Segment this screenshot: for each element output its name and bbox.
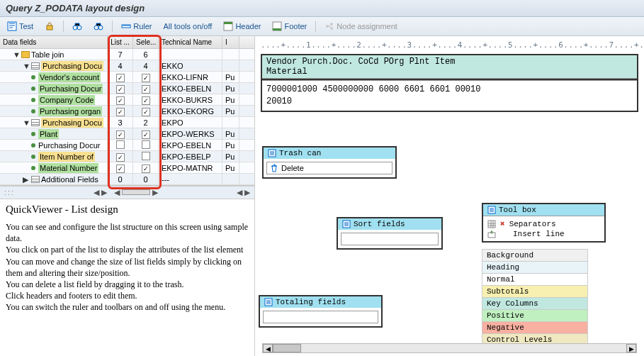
field-dot-icon <box>31 87 35 91</box>
trash-panel[interactable]: Trash can Delete <box>262 146 397 179</box>
delete-label[interactable]: Delete <box>281 164 304 172</box>
preview-header-row[interactable]: Material <box>266 67 633 77</box>
ruler-button[interactable]: Ruler <box>118 20 154 33</box>
expand-icon[interactable]: ▼ <box>23 61 30 71</box>
alltools-button[interactable]: All tools on/off <box>160 21 215 32</box>
svg-point-5 <box>98 26 103 30</box>
tech-name: --- <box>159 174 222 185</box>
footer-button[interactable]: Footer <box>269 20 310 33</box>
horizontal-scrollbar[interactable]: ◀ ▶ <box>262 343 637 353</box>
expand-icon[interactable]: ▼ <box>13 50 20 60</box>
tech-name: EKKO-LIFNR <box>159 72 222 83</box>
legend-background[interactable]: Background <box>482 249 588 262</box>
svg-rect-18 <box>488 221 495 228</box>
tech-name: EKKO-BUKRS <box>159 94 222 106</box>
svg-point-11 <box>326 25 329 28</box>
checkbox[interactable] <box>116 96 125 105</box>
toolbox-panel[interactable]: Tool box ✖ Separators Insert line <box>482 203 606 243</box>
col-header-tech[interactable]: Technical Name <box>159 36 222 48</box>
svg-rect-10 <box>273 28 281 30</box>
checkbox[interactable] <box>116 130 125 139</box>
field-dot-icon <box>31 155 35 159</box>
tree-row[interactable]: Vendor's accountEKKO-LIFNRPu <box>0 72 254 83</box>
tree-row[interactable]: PlantEKPO-WERKSPu <box>0 128 254 140</box>
col-header-i[interactable]: I <box>222 36 239 48</box>
tree-label: Purchasing Docu <box>41 61 103 71</box>
tree-row[interactable]: Item Number ofEKPO-EBELPPu <box>0 151 254 162</box>
i-col <box>222 49 239 60</box>
checkbox[interactable] <box>116 108 125 116</box>
help-panel: QuickViewer - List design You can see an… <box>0 199 254 356</box>
list-preview[interactable]: Vendor Purch.Doc. CoCd POrg Plnt Item Ma… <box>261 54 638 112</box>
tree-row[interactable]: Company CodeEKKO-BUKRSPu <box>0 94 254 106</box>
sort-panel[interactable]: Sort fields <box>337 217 443 250</box>
preview-data-row[interactable]: 7000001000 4500000000 6000 6601 6601 000… <box>266 84 633 96</box>
checkbox[interactable] <box>142 152 150 160</box>
preview-header-row[interactable]: Vendor Purch.Doc. CoCd POrg Plnt Item <box>266 57 633 67</box>
find-next-button[interactable] <box>91 20 106 33</box>
preview-data-row[interactable]: 20010 <box>266 96 633 108</box>
i-col <box>222 174 239 185</box>
tree-row[interactable]: ▼ Purchasing Docu44EKKO <box>0 60 254 72</box>
test-button[interactable]: Test <box>4 20 36 33</box>
expand-icon[interactable]: ▼ <box>23 118 30 128</box>
legend-normal[interactable]: Normal <box>482 274 588 286</box>
svg-point-3 <box>77 26 81 30</box>
tech-name <box>159 49 222 60</box>
legend-positive[interactable]: Positive <box>482 310 588 322</box>
checkbox[interactable] <box>116 165 125 173</box>
checkbox[interactable] <box>142 74 150 82</box>
tree-row[interactable]: Purchasing DocurEKPO-EBELNPu <box>0 140 254 151</box>
trash-icon[interactable] <box>270 164 278 172</box>
lock-icon <box>45 21 55 31</box>
grid-icon[interactable] <box>487 220 496 228</box>
totaling-title: Totaling fields <box>276 298 346 306</box>
find-button[interactable] <box>69 20 85 33</box>
checkbox[interactable] <box>142 130 150 139</box>
sort-title: Sort fields <box>354 220 405 228</box>
binoculars-icon <box>72 21 82 31</box>
tree-row[interactable]: Purchasing organEKKO-EKORGPu <box>0 106 254 117</box>
col-header-sele[interactable]: Sele... <box>133 36 159 48</box>
tree-row[interactable]: ▼ Table join76 <box>0 49 254 60</box>
checkbox[interactable] <box>142 140 150 149</box>
legend-keycols[interactable]: Key Columns <box>482 298 588 310</box>
checkbox[interactable] <box>142 85 150 94</box>
i-col: Pu <box>222 94 239 106</box>
tree-row[interactable]: ▼ Purchasing Docu32EKPO <box>0 117 254 128</box>
tree-label: Additional Fields <box>41 174 98 184</box>
help-line: You can delete a list field by dragging … <box>6 279 249 290</box>
test-label: Test <box>19 22 33 30</box>
help-title: QuickViewer - List design <box>6 204 249 216</box>
help-line: You can see and configure the list struc… <box>6 221 249 244</box>
checkbox[interactable] <box>142 165 150 173</box>
export-icon[interactable] <box>487 230 496 238</box>
tree-row[interactable]: Material NumberEKPO-MATNRPu <box>0 162 254 174</box>
legend-subtotals[interactable]: Subtotals <box>482 286 588 298</box>
checkbox[interactable] <box>116 153 125 162</box>
close-icon[interactable]: ✖ <box>500 219 505 228</box>
separators-label[interactable]: Separators <box>509 220 556 228</box>
tree-row[interactable]: ▶ Additional Fields00--- <box>0 174 254 185</box>
legend-heading[interactable]: Heading <box>482 262 588 274</box>
checkbox[interactable] <box>116 74 125 82</box>
expand-icon[interactable]: ▶ <box>23 174 30 184</box>
i-col: Pu <box>222 151 239 162</box>
data-fields-tree: Data fields List ... Sele... Technical N… <box>0 36 254 186</box>
legend-negative[interactable]: Negative <box>482 322 588 334</box>
footer-label: Footer <box>284 22 307 30</box>
tree-row[interactable]: Purchasing DocurEKKO-EBELNPu <box>0 83 254 94</box>
checkbox[interactable] <box>142 108 150 116</box>
config-icon <box>342 220 351 228</box>
header-button[interactable]: Header <box>220 20 264 33</box>
checkbox[interactable] <box>116 85 125 94</box>
checkbox[interactable] <box>142 96 150 105</box>
lock-button[interactable] <box>42 20 57 33</box>
col-header-list[interactable]: List ... <box>108 36 133 48</box>
ruler-scale: ....+....1....+....2....+....3....+....4… <box>258 39 641 51</box>
col-header-name[interactable]: Data fields <box>0 36 108 48</box>
checkbox[interactable] <box>116 140 125 149</box>
totaling-panel[interactable]: Totaling fields <box>259 295 383 328</box>
tree-scroller[interactable]: ::: ◀ ▶ ◀ ▶ ◀ ▶ <box>0 186 254 199</box>
insert-label[interactable]: Insert line <box>513 230 565 238</box>
